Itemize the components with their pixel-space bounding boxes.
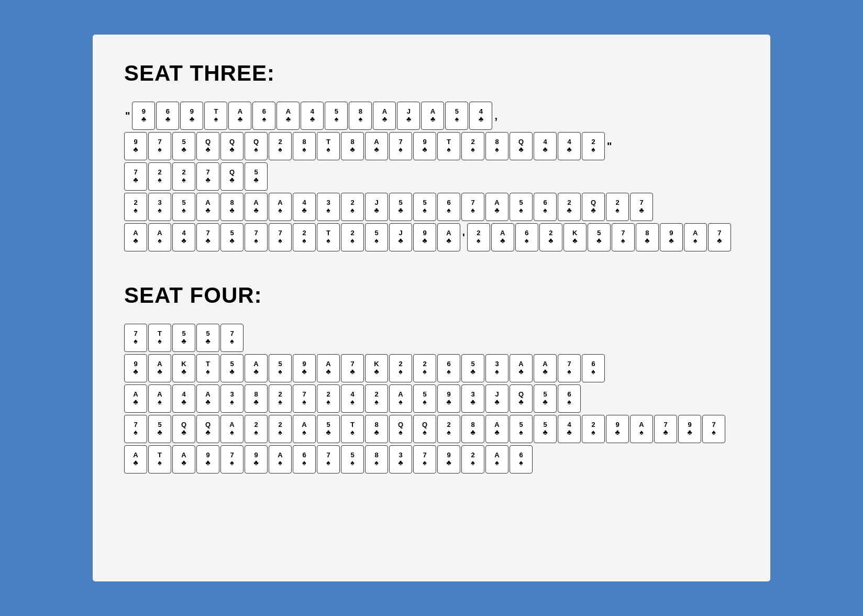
card-value: 5 xyxy=(158,421,161,428)
playing-card: 7♠ xyxy=(124,324,147,352)
card-suit: ♣ xyxy=(326,368,330,376)
card-suit: ♣ xyxy=(596,237,601,245)
card-suit: ♣ xyxy=(446,237,451,245)
card-suit: ♣ xyxy=(479,115,483,123)
playing-card: 8♠ xyxy=(293,132,316,160)
playing-card: A♣ xyxy=(196,193,219,221)
card-suit: ♣ xyxy=(518,368,523,376)
card-suit: ♠ xyxy=(350,428,354,436)
card-value: 5 xyxy=(230,360,234,368)
playing-card: 6♠ xyxy=(510,445,533,474)
card-value: J xyxy=(407,108,411,115)
card-suit: ♣ xyxy=(253,398,258,406)
card-value: A xyxy=(494,199,499,206)
card-suit: ♠ xyxy=(477,237,480,245)
card-value: A xyxy=(157,360,162,368)
card-suit: ♣ xyxy=(181,237,186,245)
card-value: 2 xyxy=(134,199,137,206)
card-suit: ♠ xyxy=(335,115,338,123)
card-value: A xyxy=(205,199,210,206)
card-value: 5 xyxy=(350,452,354,459)
card-suit: ♠ xyxy=(455,115,459,123)
card-suit: ♠ xyxy=(374,237,378,245)
playing-card: 2♠ xyxy=(148,162,171,191)
playing-card: T♠ xyxy=(341,415,364,443)
playing-card: Q♣ xyxy=(220,132,244,160)
card-suit: ♣ xyxy=(374,368,379,376)
card-suit: ♣ xyxy=(717,237,722,245)
playing-card: 5♣ xyxy=(317,415,340,443)
playing-card: 7♠ xyxy=(612,223,635,251)
card-value: 2 xyxy=(471,452,474,459)
playing-card: Q♣ xyxy=(220,162,244,191)
card-suit: ♣ xyxy=(639,206,644,214)
card-value: 7 xyxy=(326,452,330,459)
card-value: 7 xyxy=(134,421,137,428)
card-suit: ♣ xyxy=(229,176,234,184)
card-value: 4 xyxy=(567,421,571,428)
card-value: A xyxy=(181,452,186,459)
playing-card: 5♠ xyxy=(365,223,388,251)
card-value: 2 xyxy=(278,138,282,146)
card-suit: ♣ xyxy=(543,146,547,153)
card-value: 2 xyxy=(278,421,282,428)
card-punctuation: , xyxy=(494,110,497,122)
playing-card: 6♠ xyxy=(515,223,538,251)
playing-card: A♠ xyxy=(293,415,316,443)
playing-card: 2♠ xyxy=(269,132,292,160)
card-suit: ♠ xyxy=(134,337,137,345)
playing-card: 7♠ xyxy=(269,223,292,251)
card-suit: ♣ xyxy=(669,237,673,245)
playing-card: 3♠ xyxy=(148,193,171,221)
card-suit: ♠ xyxy=(591,368,595,376)
card-value: A xyxy=(157,229,162,237)
card-value: Q xyxy=(229,138,235,146)
card-value: Q xyxy=(229,169,235,176)
card-suit: ♠ xyxy=(471,206,474,214)
card-suit: ♣ xyxy=(205,337,210,345)
card-suit: ♣ xyxy=(406,115,411,123)
card-value: 7 xyxy=(567,360,571,368)
card-value: 9 xyxy=(447,452,450,459)
card-punctuation: ' xyxy=(462,232,465,244)
card-value: A xyxy=(253,360,258,368)
playing-card: A♠ xyxy=(148,384,171,413)
card-suit: ♣ xyxy=(494,428,499,436)
playing-card: 9♣ xyxy=(437,384,460,413)
card-suit: ♠ xyxy=(158,237,161,245)
card-value: 5 xyxy=(519,421,523,428)
playing-card: T♠ xyxy=(317,132,340,160)
card-suit: ♣ xyxy=(229,206,234,214)
card-row-1-4: A♣T♠A♣9♣7♠9♣A♠6♠7♠5♠8♠3♣7♠9♣2♠A♠6♠ xyxy=(124,445,739,474)
playing-card: Q♣ xyxy=(510,132,533,160)
playing-card: 5♠ xyxy=(510,193,533,221)
card-suit: ♠ xyxy=(278,206,282,214)
playing-card: A♣ xyxy=(510,354,533,382)
playing-card: 9♣ xyxy=(196,445,219,474)
playing-card: 7♠ xyxy=(702,415,725,443)
playing-card: 2♠ xyxy=(293,223,316,251)
card-value: 7 xyxy=(302,391,306,398)
card-suit: ♠ xyxy=(134,428,137,436)
playing-card: 2♣ xyxy=(558,193,581,221)
card-suit: ♣ xyxy=(302,368,306,376)
card-value: 8 xyxy=(230,199,234,206)
card-row-0-3: 2♠3♠5♠A♣8♣A♣A♠4♣3♠2♠J♣5♣5♠6♠7♠A♣5♠6♠2♣Q♣… xyxy=(124,193,739,221)
playing-card: 9♣ xyxy=(413,223,436,251)
playing-card: 4♣ xyxy=(558,132,581,160)
card-value: 5 xyxy=(326,421,330,428)
playing-card: A♣ xyxy=(228,102,251,130)
card-value: 9 xyxy=(254,452,258,459)
playing-card: T♠ xyxy=(148,445,171,474)
card-value: A xyxy=(278,199,282,206)
card-value: Q xyxy=(422,421,427,428)
card-suit: ♣ xyxy=(229,237,234,245)
playing-card: 9♣ xyxy=(437,445,460,474)
card-suit: ♠ xyxy=(543,206,547,214)
card-value: 4 xyxy=(479,108,483,115)
card-suit: ♣ xyxy=(157,368,162,376)
playing-card: 2♠ xyxy=(413,354,436,382)
card-suit: ♣ xyxy=(494,206,499,214)
playing-card: A♠ xyxy=(389,384,412,413)
card-suit: ♠ xyxy=(525,237,528,245)
